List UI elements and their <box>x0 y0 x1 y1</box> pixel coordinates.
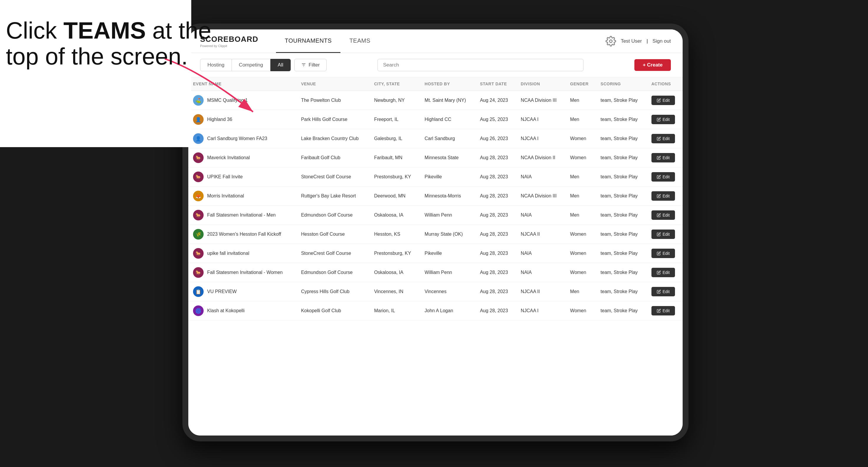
edit-icon <box>657 175 661 179</box>
event-icon: 🦊 <box>193 191 204 201</box>
table-row: 🐎 UPIKE Fall Invite StoneCrest Golf Cour… <box>188 167 683 187</box>
edit-button[interactable]: Edit <box>651 134 675 143</box>
edit-button[interactable]: Edit <box>651 191 675 201</box>
event-icon: 🐎 <box>193 248 204 259</box>
edit-button[interactable]: Edit <box>651 172 675 182</box>
col-venue: VENUE <box>296 77 369 91</box>
cell-venue: Edmundson Golf Course <box>296 206 369 225</box>
cell-venue: Ruttger's Bay Lake Resort <box>296 187 369 206</box>
instruction-line2: top of the screen. <box>6 43 211 69</box>
col-hosted-by: HOSTED BY <box>420 77 475 91</box>
cell-gender: Women <box>565 148 596 167</box>
event-icon: 📋 <box>193 286 204 297</box>
search-input[interactable] <box>377 59 584 71</box>
create-button[interactable]: + Create <box>634 59 671 71</box>
edit-button[interactable]: Edit <box>651 249 675 258</box>
event-name-text: Morris Invitational <box>207 193 244 199</box>
cell-division: NJCAA I <box>516 129 565 148</box>
cell-gender: Men <box>565 282 596 301</box>
edit-button[interactable]: Edit <box>651 268 675 277</box>
cell-actions: Edit <box>647 129 683 148</box>
cell-division: NCAA Division II <box>516 148 565 167</box>
col-division: DIVISION <box>516 77 565 91</box>
cell-event-name: 🐎 upike fall invitational <box>188 244 296 263</box>
event-icon: 🐎 <box>193 210 204 220</box>
table-row: 📋 VU PREVIEW Cypress Hills Golf Club Vin… <box>188 282 683 301</box>
edit-icon <box>657 251 661 255</box>
edit-button[interactable]: Edit <box>651 306 675 315</box>
nav-signout[interactable]: Sign out <box>653 38 671 44</box>
edit-button[interactable]: Edit <box>651 96 675 105</box>
table-row: 🐎 Maverick Invitational Faribault Golf C… <box>188 148 683 167</box>
cell-city-state: Oskaloosa, IA <box>369 206 420 225</box>
cell-actions: Edit <box>647 282 683 301</box>
cell-gender: Women <box>565 263 596 282</box>
edit-icon <box>657 309 661 313</box>
cell-start-date: Aug 28, 2023 <box>475 206 516 225</box>
cell-actions: Edit <box>647 263 683 282</box>
cell-division: NJCAA II <box>516 225 565 244</box>
nav-tab-teams[interactable]: TEAMS <box>340 29 379 53</box>
gear-icon[interactable] <box>606 36 616 46</box>
cell-city-state: Prestonsburg, KY <box>369 244 420 263</box>
edit-button[interactable]: Edit <box>651 210 675 220</box>
cell-event-name: 🌾 2023 Women's Hesston Fall Kickoff <box>188 225 296 244</box>
cell-hosted-by: William Penn <box>420 263 475 282</box>
cell-division: NAIA <box>516 263 565 282</box>
cell-hosted-by: Carl Sandburg <box>420 129 475 148</box>
cell-event-name: 🐎 Fall Statesmen Invitational - Women <box>188 263 296 282</box>
filter-button[interactable]: Filter <box>294 59 327 71</box>
nav-tab-tournaments[interactable]: TOURNAMENTS <box>276 29 341 53</box>
instruction-text: Click TEAMS at the top of the screen. <box>6 18 211 69</box>
event-name-text: Maverick Invitational <box>207 155 250 160</box>
cell-division: NJCAA II <box>516 282 565 301</box>
edit-button[interactable]: Edit <box>651 115 675 124</box>
cell-city-state: Oskaloosa, IA <box>369 263 420 282</box>
cell-city-state: Prestonsburg, KY <box>369 167 420 187</box>
table-row: 🌀 Klash at Kokopelli Kokopelli Golf Club… <box>188 301 683 320</box>
cell-scoring: team, Stroke Play <box>596 91 647 110</box>
cell-hosted-by: Pikeville <box>420 244 475 263</box>
cell-event-name: 🦊 Morris Invitational <box>188 187 296 206</box>
cell-event-name: 🐎 Fall Statesmen Invitational - Men <box>188 206 296 225</box>
cell-start-date: Aug 28, 2023 <box>475 225 516 244</box>
event-icon: 🌀 <box>193 306 204 316</box>
cell-actions: Edit <box>647 91 683 110</box>
event-icon: 🐎 <box>193 172 204 182</box>
cell-gender: Men <box>565 91 596 110</box>
cell-start-date: Aug 25, 2023 <box>475 110 516 129</box>
cell-division: NJCAA I <box>516 110 565 129</box>
edit-button[interactable]: Edit <box>651 287 675 296</box>
cell-start-date: Aug 28, 2023 <box>475 148 516 167</box>
cell-actions: Edit <box>647 206 683 225</box>
cell-hosted-by: Minnesota State <box>420 148 475 167</box>
cell-venue: Cypress Hills Golf Club <box>296 282 369 301</box>
edit-button[interactable]: Edit <box>651 229 675 239</box>
cell-venue: Park Hills Golf Course <box>296 110 369 129</box>
instruction-line1: Click TEAMS at the <box>6 18 211 43</box>
cell-start-date: Aug 28, 2023 <box>475 167 516 187</box>
cell-start-date: Aug 28, 2023 <box>475 244 516 263</box>
cell-start-date: Aug 24, 2023 <box>475 91 516 110</box>
nav-separator: | <box>646 38 648 44</box>
cell-venue: Lake Bracken Country Club <box>296 129 369 148</box>
cell-hosted-by: Mt. Saint Mary (NY) <box>420 91 475 110</box>
cell-hosted-by: Murray State (OK) <box>420 225 475 244</box>
cell-scoring: team, Stroke Play <box>596 187 647 206</box>
event-icon: 🌾 <box>193 229 204 240</box>
cell-venue: Kokopelli Golf Club <box>296 301 369 320</box>
edit-icon <box>657 213 661 217</box>
edit-button[interactable]: Edit <box>651 153 675 162</box>
cell-division: NJCAA I <box>516 301 565 320</box>
table-row: 🌾 2023 Women's Hesston Fall Kickoff Hess… <box>188 225 683 244</box>
event-icon: 🐎 <box>193 267 204 278</box>
event-icon: 🐎 <box>193 152 204 163</box>
cell-gender: Women <box>565 244 596 263</box>
cell-scoring: team, Stroke Play <box>596 148 647 167</box>
edit-icon <box>657 117 661 122</box>
cell-scoring: team, Stroke Play <box>596 110 647 129</box>
cell-city-state: Faribault, MN <box>369 148 420 167</box>
cell-gender: Women <box>565 301 596 320</box>
event-name-text: Fall Statesmen Invitational - Men <box>207 213 276 218</box>
table-row: 🐎 Fall Statesmen Invitational - Men Edmu… <box>188 206 683 225</box>
